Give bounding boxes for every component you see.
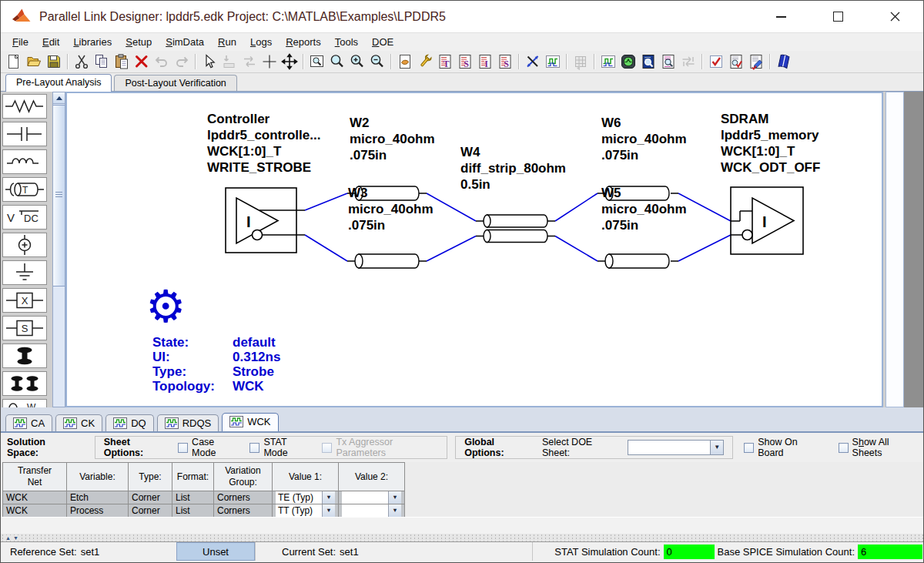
menu-simdata[interactable]: SimData [159,35,211,49]
stat-mode-checkbox[interactable]: STAT Mode [249,437,310,458]
sheet-tab-ck[interactable]: CK [55,414,102,431]
vdc-button[interactable]: VDC [2,205,47,230]
vsource-icon [3,233,46,257]
inductor-button[interactable] [2,149,47,174]
palette-scrollbar-thumb[interactable] [53,105,65,287]
panel-filler [1,517,923,534]
save-file-button[interactable] [44,52,64,72]
select-cursor-button[interactable] [199,52,219,72]
menu-run[interactable]: Run [211,35,243,49]
label-w5: W5micro_40ohm.075in [601,185,687,233]
canvas-scrollbar[interactable] [886,92,904,407]
menu-libraries[interactable]: Libraries [66,35,119,49]
palette-scrollbar[interactable] [52,92,65,407]
splitter-bar[interactable]: ▲ ▼ [1,534,923,541]
sheet-tab-ca[interactable]: CA [5,414,52,431]
sheet-properties-button[interactable] [395,52,415,72]
case-mode-checkbox[interactable]: Case Mode [178,437,237,458]
value2-select-row1[interactable]: ▼ [342,504,401,517]
view-results-button[interactable] [638,52,658,72]
global-options-label: Global Options: [464,437,533,458]
analyze-results-button[interactable] [658,52,678,72]
value1-select-row1[interactable]: TT (Typ)▼ [276,504,335,517]
show-on-board-checkbox[interactable]: Show On Board [744,437,821,458]
menu-reports[interactable]: Reports [279,35,328,49]
menu-doe[interactable]: DOE [365,35,400,49]
value1-select-row0[interactable]: TE (Typ)▼ [276,491,335,504]
sheet-report-button[interactable]: S [455,52,475,72]
sim-report-button[interactable]: S [495,52,515,72]
menu-edit[interactable]: Edit [35,35,66,49]
delete-button[interactable] [132,52,152,72]
sheet-tab-dq[interactable]: DQ [105,414,154,431]
show-all-sheets-checkbox[interactable]: Show All Sheets [839,437,917,458]
toolbar-separator [390,54,392,69]
swap-pins-button [239,52,259,72]
close-button[interactable] [866,1,923,32]
dropdown-button[interactable]: ▼ [322,491,335,504]
cell-2: Corner [129,504,172,518]
minimize-button[interactable] [752,1,809,32]
tline-w5[interactable] [605,254,669,268]
tab-post-layout-verification[interactable]: Post-Layout Verification [114,75,236,91]
copy-button[interactable] [92,52,112,72]
tline-w4-n[interactable] [484,230,547,243]
tline-button[interactable]: T [2,177,47,202]
sheet-tab-rdqs[interactable]: RDQS [157,414,219,431]
splitter-down-icon[interactable]: ▼ [13,535,18,541]
tab-pre-layout-analysis[interactable]: Pre-Layout Analysis [5,74,112,92]
block-s-button[interactable]: S [2,316,47,340]
ideal-tline-button[interactable]: W [2,399,47,407]
value2-select-row0[interactable]: ▼ [342,491,401,504]
controller-buffer[interactable]: I [226,188,296,253]
maximize-button[interactable] [809,1,866,32]
menu-setup[interactable]: Setup [119,35,159,49]
zoom-out-button[interactable] [367,52,387,72]
gear-icon[interactable]: ⚙ [146,284,186,329]
dropdown-button[interactable]: ▼ [322,504,335,517]
zoom-full-button[interactable] [327,52,347,72]
sdram-buffer[interactable]: I [731,187,803,254]
crosshair-button[interactable] [259,52,280,72]
simulate-button[interactable] [523,52,543,72]
tline-w3[interactable] [355,254,419,268]
resistor-button[interactable] [2,94,47,119]
scope-button[interactable] [618,52,638,72]
edit-report-button[interactable] [746,52,766,72]
unset-button[interactable]: Unset [176,542,255,561]
info-report-button[interactable]: I [475,52,495,72]
menu-file[interactable]: File [5,35,35,49]
dropdown-button[interactable]: ▼ [388,504,401,517]
run-waveform-button[interactable] [543,52,563,72]
cut-button[interactable] [72,52,92,72]
capacitor-button[interactable] [2,122,47,146]
splitter-up-icon[interactable]: ▲ [5,535,11,541]
check-report-button[interactable] [726,52,746,72]
pan-button[interactable] [280,52,300,72]
open-file-button[interactable] [24,52,44,72]
ground-button[interactable] [2,260,47,285]
zoom-in-button[interactable] [347,52,367,72]
validate-button[interactable] [706,52,726,72]
new-file-button[interactable] [4,52,24,72]
waveform-viewer-button[interactable] [598,52,618,72]
palette-scroll-up-button[interactable] [53,92,65,104]
doe-sheet-select[interactable]: ▼ [628,440,724,455]
via-button[interactable] [2,343,47,368]
help-book-button[interactable] [774,52,794,72]
via-pair-button[interactable] [2,371,47,396]
block-x-button[interactable]: X [2,288,47,313]
menu-logs[interactable]: Logs [243,35,279,49]
sheet-tab-wck[interactable]: WCK [222,413,278,431]
vsource-button[interactable] [2,233,47,257]
text-report-button[interactable]: T [435,52,455,72]
dropdown-button[interactable]: ▼ [388,491,401,504]
menu-tools[interactable]: Tools [328,35,365,49]
tline-w4-p[interactable] [484,215,547,227]
zoom-window-button[interactable] [307,52,327,72]
schematic-canvas[interactable]: I I ⚙ State:defaultUI:0.312nsType:Strobe… [65,92,883,407]
paste-button[interactable] [112,52,132,72]
toolkit-button[interactable] [415,52,435,72]
dropdown-button[interactable]: ▼ [710,441,723,454]
capacitor-icon [3,122,46,146]
